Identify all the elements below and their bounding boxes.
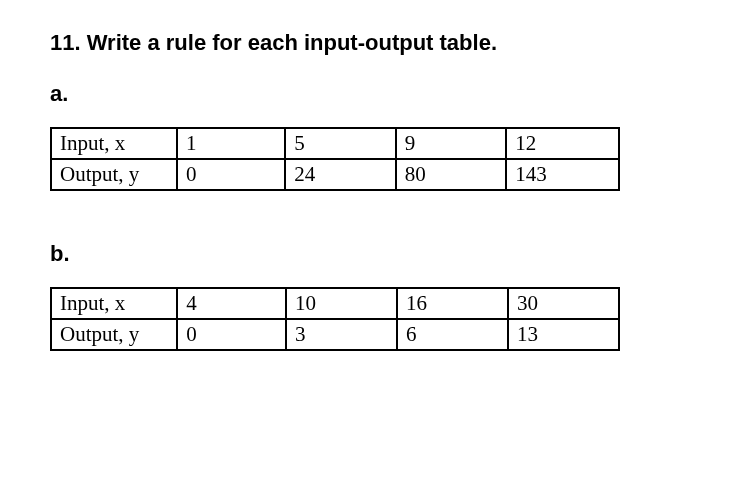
- question-text: Write a rule for each input-output table…: [87, 30, 497, 55]
- table-part-b: Input, x 4 10 16 30 Output, y 0 3 6 13: [50, 287, 620, 351]
- part-b-label: b.: [50, 241, 682, 267]
- input-value: 10: [286, 288, 397, 319]
- table-row: Input, x 4 10 16 30: [51, 288, 619, 319]
- question-number: 11.: [50, 30, 81, 55]
- output-value: 0: [177, 159, 285, 190]
- table-row: Output, y 0 24 80 143: [51, 159, 619, 190]
- output-value: 143: [506, 159, 619, 190]
- input-value: 4: [177, 288, 286, 319]
- question-prompt: 11. Write a rule for each input-output t…: [50, 30, 682, 56]
- output-value: 24: [285, 159, 396, 190]
- table-row: Input, x 1 5 9 12: [51, 128, 619, 159]
- output-value: 13: [508, 319, 619, 350]
- output-value: 3: [286, 319, 397, 350]
- output-value: 6: [397, 319, 508, 350]
- part-a-label: a.: [50, 81, 682, 107]
- input-label: Input, x: [51, 288, 177, 319]
- output-value: 0: [177, 319, 286, 350]
- table-part-a: Input, x 1 5 9 12 Output, y 0 24 80 143: [50, 127, 620, 191]
- input-value: 5: [285, 128, 396, 159]
- table-row: Output, y 0 3 6 13: [51, 319, 619, 350]
- output-label: Output, y: [51, 319, 177, 350]
- output-value: 80: [396, 159, 507, 190]
- input-value: 12: [506, 128, 619, 159]
- output-label: Output, y: [51, 159, 177, 190]
- input-value: 16: [397, 288, 508, 319]
- input-value: 9: [396, 128, 507, 159]
- input-value: 30: [508, 288, 619, 319]
- input-label: Input, x: [51, 128, 177, 159]
- input-value: 1: [177, 128, 285, 159]
